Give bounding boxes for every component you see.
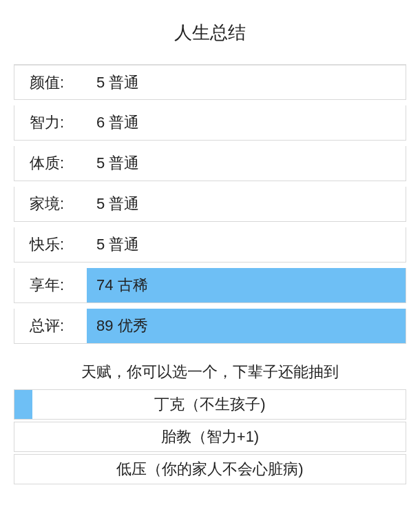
stat-row-lifespan: 享年: 74 古稀 (14, 268, 406, 303)
stat-value: 5 普通 (87, 187, 406, 221)
stat-value: 89 优秀 (87, 309, 406, 343)
talent-option-lowpressure[interactable]: 低压（你的家人不会心脏病) (14, 454, 406, 484)
stat-label: 体质: (14, 153, 87, 174)
stat-value: 5 普通 (87, 146, 406, 181)
talent-section: 天赋，你可以选一个，下辈子还能抽到 丁克（不生孩子) 胎教（智力+1) 低压（你… (14, 355, 406, 484)
talent-label: 丁克（不生孩子) (154, 395, 265, 413)
talent-label: 低压（你的家人不会心脏病) (116, 460, 303, 477)
stat-value: 5 普通 (87, 227, 406, 262)
main-container: 人生总结 颜值: 5 普通 智力: 6 普通 体质: 5 普通 家境: 5 普通… (0, 0, 420, 484)
stat-label: 快乐: (14, 234, 87, 255)
talent-prompt: 天赋，你可以选一个，下辈子还能抽到 (14, 355, 406, 389)
stat-label: 家境: (14, 194, 87, 214)
stat-row-happiness: 快乐: 5 普通 (14, 227, 406, 263)
stat-row-intelligence: 智力: 6 普通 (14, 105, 406, 141)
stat-row-family: 家境: 5 普通 (14, 187, 406, 222)
stat-label: 颜值: (14, 72, 87, 93)
talent-option-prenatal[interactable]: 胎教（智力+1) (14, 422, 406, 452)
stat-row-constitution: 体质: 5 普通 (14, 146, 406, 181)
stats-scroll-area[interactable]: 颜值: 5 普通 智力: 6 普通 体质: 5 普通 家境: 5 普通 快乐: … (14, 64, 406, 353)
talent-option-dink[interactable]: 丁克（不生孩子) (14, 389, 406, 420)
talent-label: 胎教（智力+1) (161, 428, 259, 445)
page-title: 人生总结 (14, 21, 406, 45)
stat-label: 智力: (14, 112, 87, 133)
stat-value: 5 普通 (87, 65, 406, 99)
stat-value: 6 普通 (87, 105, 406, 140)
stat-value: 74 古稀 (87, 268, 406, 302)
stat-row-overall: 总评: 89 优秀 (14, 309, 406, 344)
stat-row-appearance: 颜值: 5 普通 (14, 65, 406, 100)
stat-label: 总评: (14, 316, 87, 336)
stat-label: 享年: (14, 275, 87, 296)
